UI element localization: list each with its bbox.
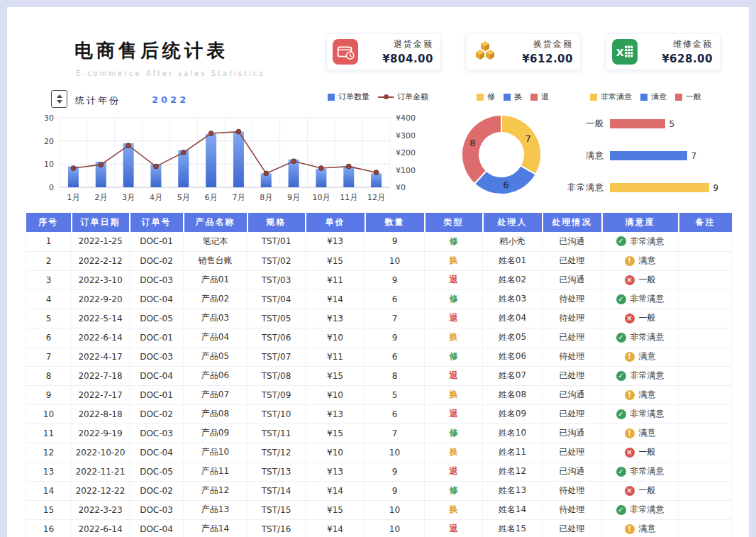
cell-spec[interactable]: TST/08 xyxy=(248,366,306,385)
cell-satisfaction[interactable]: ✓非常满意 xyxy=(602,500,679,519)
cell-order-date[interactable]: 2022-9-20 xyxy=(72,289,130,309)
cell-order-date[interactable]: 2022-6-14 xyxy=(72,328,130,347)
cell-order-date[interactable]: 2022-7-18 xyxy=(72,366,130,385)
cell-qty[interactable]: 7 xyxy=(365,309,425,328)
cell-order-date[interactable]: 2022-7-17 xyxy=(72,385,130,404)
cell-unit-price[interactable]: ¥11 xyxy=(306,347,365,366)
cell-product-name[interactable]: 产品06 xyxy=(184,366,248,385)
cell-status[interactable]: 已沟通 xyxy=(543,270,602,289)
cell-order-date[interactable]: 2022-5-14 xyxy=(72,309,130,328)
cell-note[interactable] xyxy=(679,404,732,423)
cell-status[interactable]: 待处理 xyxy=(543,309,602,328)
col-header-product-name[interactable]: 产品名称 xyxy=(184,213,248,232)
cell-note[interactable] xyxy=(679,251,732,270)
cell-unit-price[interactable]: ¥13 xyxy=(306,232,365,251)
cell-type[interactable]: 换 xyxy=(425,500,483,519)
cell-spec[interactable]: TST/05 xyxy=(248,309,306,328)
cell-order-no[interactable]: DOC-02 xyxy=(130,481,184,500)
cell-satisfaction[interactable]: ✓非常满意 xyxy=(602,462,679,481)
cell-index[interactable]: 14 xyxy=(26,481,72,500)
cell-order-no[interactable]: DOC-02 xyxy=(130,404,184,423)
cell-handler[interactable]: 姓名08 xyxy=(483,385,543,404)
cell-qty[interactable]: 10 xyxy=(365,443,425,462)
cell-type[interactable]: 修 xyxy=(425,347,483,366)
cell-order-date[interactable]: 2022-3-23 xyxy=(72,500,130,519)
cell-index[interactable]: 13 xyxy=(26,462,72,481)
cell-note[interactable] xyxy=(679,443,732,462)
cell-index[interactable]: 16 xyxy=(26,519,72,537)
year-value[interactable]: 2022 xyxy=(152,94,189,105)
cell-order-no[interactable]: DOC-05 xyxy=(130,462,184,481)
cell-index[interactable]: 4 xyxy=(26,289,72,309)
cell-note[interactable] xyxy=(679,500,732,519)
cell-handler[interactable]: 姓名04 xyxy=(483,309,543,328)
cell-satisfaction[interactable]: ×一般 xyxy=(602,309,679,328)
cell-product-name[interactable]: 产品01 xyxy=(184,270,248,289)
cell-note[interactable] xyxy=(679,481,732,500)
cell-index[interactable]: 3 xyxy=(26,270,72,289)
cell-handler[interactable]: 姓名03 xyxy=(483,289,543,309)
cell-unit-price[interactable]: ¥15 xyxy=(306,500,365,519)
cell-handler[interactable]: 稻小壳 xyxy=(483,232,543,251)
cell-product-name[interactable]: 产品12 xyxy=(184,481,248,500)
cell-product-name[interactable]: 产品03 xyxy=(184,309,248,328)
cell-type[interactable]: 修 xyxy=(425,481,483,500)
cell-order-no[interactable]: DOC-01 xyxy=(130,328,184,347)
cell-index[interactable]: 2 xyxy=(26,251,72,270)
cell-note[interactable] xyxy=(679,309,732,328)
cell-order-no[interactable]: DOC-04 xyxy=(130,289,184,309)
cell-qty[interactable]: 10 xyxy=(365,500,425,519)
cell-unit-price[interactable]: ¥13 xyxy=(306,462,365,481)
col-header-satisfaction[interactable]: 满意度 xyxy=(602,213,679,232)
cell-status[interactable]: 已沟通 xyxy=(543,423,602,443)
cell-order-date[interactable]: 2022-12-22 xyxy=(72,481,130,500)
cell-qty[interactable]: 5 xyxy=(365,385,425,404)
cell-unit-price[interactable]: ¥15 xyxy=(306,366,365,385)
cell-product-name[interactable]: 产品07 xyxy=(184,385,248,404)
cell-status[interactable]: 待处理 xyxy=(543,481,602,500)
cell-satisfaction[interactable]: ✓非常满意 xyxy=(602,232,679,251)
cell-qty[interactable]: 7 xyxy=(365,423,425,443)
cell-product-name[interactable]: 笔记本 xyxy=(184,232,248,251)
cell-product-name[interactable]: 产品05 xyxy=(184,347,248,366)
cell-spec[interactable]: TST/02 xyxy=(248,251,306,270)
cell-product-name[interactable]: 产品10 xyxy=(184,443,248,462)
cell-handler[interactable]: 姓名15 xyxy=(483,519,543,537)
cell-spec[interactable]: TST/09 xyxy=(248,385,306,404)
cell-qty[interactable]: 9 xyxy=(365,462,425,481)
cell-index[interactable]: 8 xyxy=(26,366,72,385)
cell-qty[interactable]: 9 xyxy=(365,328,425,347)
cell-satisfaction[interactable]: ✓非常满意 xyxy=(602,404,679,423)
cell-order-no[interactable]: DOC-03 xyxy=(130,347,184,366)
cell-status[interactable]: 已处理 xyxy=(543,404,602,423)
cell-satisfaction[interactable]: ×一般 xyxy=(602,270,679,289)
cell-satisfaction[interactable]: !满意 xyxy=(602,385,679,404)
cell-status[interactable]: 待处理 xyxy=(543,347,602,366)
cell-qty[interactable]: 10 xyxy=(365,519,425,537)
cell-satisfaction[interactable]: ✓非常满意 xyxy=(602,366,679,385)
cell-index[interactable]: 11 xyxy=(26,423,72,443)
cell-spec[interactable]: TST/04 xyxy=(248,289,306,309)
cell-spec[interactable]: TST/15 xyxy=(248,500,306,519)
cell-note[interactable] xyxy=(679,462,732,481)
cell-note[interactable] xyxy=(679,385,732,404)
cell-order-date[interactable]: 2022-9-19 xyxy=(72,423,130,443)
cell-order-date[interactable]: 2022-6-14 xyxy=(72,519,130,537)
stepper-up-icon[interactable] xyxy=(57,94,62,98)
cell-spec[interactable]: TST/07 xyxy=(248,347,306,366)
cell-order-no[interactable]: DOC-01 xyxy=(130,232,184,251)
cell-index[interactable]: 5 xyxy=(26,309,72,328)
cell-order-date[interactable]: 2022-2-12 xyxy=(72,251,130,270)
cell-unit-price[interactable]: ¥10 xyxy=(306,443,365,462)
col-header-order-no[interactable]: 订单号 xyxy=(130,213,184,232)
cell-status[interactable]: 已沟通 xyxy=(543,462,602,481)
cell-note[interactable] xyxy=(679,232,732,251)
cell-handler[interactable]: 姓名14 xyxy=(483,500,543,519)
cell-status[interactable]: 已处理 xyxy=(543,328,602,347)
cell-type[interactable]: 换 xyxy=(425,251,483,270)
cell-unit-price[interactable]: ¥13 xyxy=(306,404,365,423)
cell-product-name[interactable]: 产品11 xyxy=(184,462,248,481)
cell-spec[interactable]: TST/03 xyxy=(248,270,306,289)
cell-type[interactable]: 退 xyxy=(425,462,483,481)
cell-product-name[interactable]: 产品13 xyxy=(184,500,248,519)
